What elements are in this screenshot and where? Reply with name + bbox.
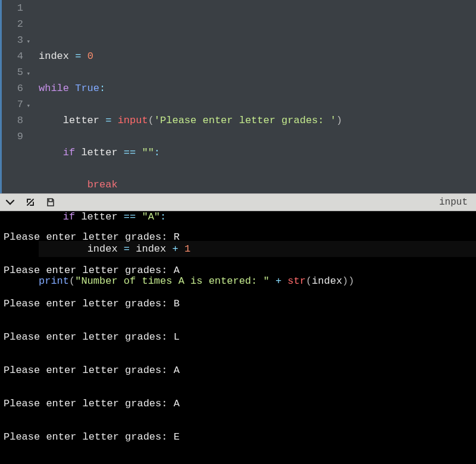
code-editor[interactable]: 1 2 3 4 5 6 7 8 9 index = 0 while True: …: [0, 0, 476, 193]
line-number: 1: [2, 0, 23, 16]
line-number: 6: [2, 80, 23, 96]
save-icon[interactable]: [45, 197, 56, 208]
input-label: input: [439, 197, 471, 208]
line-number[interactable]: 7: [2, 96, 23, 112]
code-line[interactable]: while True:: [39, 80, 476, 96]
console-line: Please enter letter grades: E: [4, 429, 472, 446]
code-line[interactable]: if letter == "A":: [39, 209, 476, 225]
chevron-down-icon[interactable]: [5, 197, 15, 208]
line-number: 8: [2, 112, 23, 128]
code-line[interactable]: letter = input('Please enter letter grad…: [39, 112, 476, 128]
code-line[interactable]: [39, 16, 476, 32]
line-number[interactable]: 3: [2, 32, 23, 48]
console-line: Please enter letter grades: L: [4, 329, 472, 346]
line-number[interactable]: 5: [2, 64, 23, 80]
line-number: 2: [2, 16, 23, 32]
code-line[interactable]: break: [39, 177, 476, 193]
line-number: 4: [2, 48, 23, 64]
console-line: Please enter letter grades: A: [4, 362, 472, 379]
expand-icon[interactable]: [25, 197, 36, 208]
code-area[interactable]: index = 0 while True: letter = input('Pl…: [28, 0, 476, 193]
line-number-gutter: 1 2 3 4 5 6 7 8 9: [2, 0, 28, 193]
code-line[interactable]: index = 0: [39, 48, 476, 64]
line-number: 9: [2, 128, 23, 145]
console-line: Please enter letter grades: A: [4, 396, 472, 412]
code-line[interactable]: if letter == "":: [39, 145, 476, 161]
